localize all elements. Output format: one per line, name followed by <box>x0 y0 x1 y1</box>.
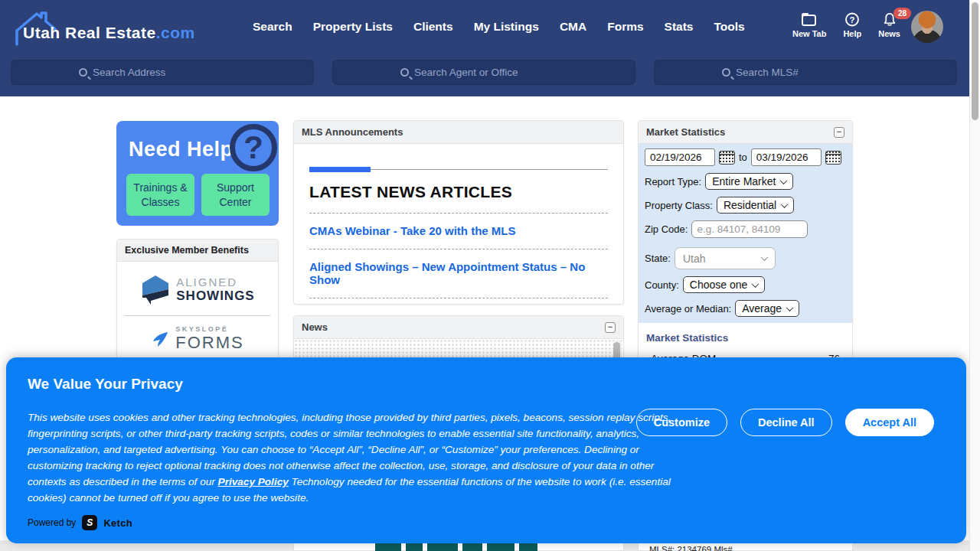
site-logo[interactable]: Utah Real Estate.com <box>11 11 187 44</box>
skyslope-forms-logo[interactable]: SKYSLOPE FORMS <box>117 316 278 353</box>
top-navigation-bar: Utah Real Estate.com Search Property Lis… <box>0 0 969 96</box>
privacy-policy-link[interactable]: Privacy Policy <box>218 476 289 487</box>
skyslope-icon <box>151 329 171 349</box>
to-label: to <box>739 152 747 163</box>
chevron-down-icon <box>752 280 760 288</box>
county-label: County: <box>645 279 679 291</box>
need-help-panel: Need Help ? Trainings & Classes Support … <box>116 121 279 226</box>
skyslope-text-line2: FORMS <box>175 333 243 353</box>
zip-code-input[interactable] <box>691 220 808 238</box>
nav-tools[interactable]: Tools <box>714 20 744 34</box>
accent-rule <box>309 169 608 170</box>
member-benefits-title: Exclusive Member Benefits <box>125 245 249 256</box>
latest-news-heading: LATEST NEWS ARTICLES <box>309 183 608 201</box>
agent-search-input[interactable] <box>414 67 567 78</box>
article-link-aligned-showings[interactable]: Aligned Showings – New Appointment Statu… <box>309 260 608 286</box>
cookie-buttons: Customize Decline All Accept All <box>636 409 934 436</box>
chevron-down-icon <box>761 253 769 261</box>
address-search <box>11 60 314 85</box>
calendar-icon[interactable] <box>719 151 735 165</box>
page-scrollbar-thumb[interactable] <box>972 2 978 120</box>
aligned-showings-icon <box>140 272 171 306</box>
dashed-divider <box>309 249 608 249</box>
search-icon <box>79 68 87 77</box>
powered-by-ketch[interactable]: Powered by S Ketch <box>28 515 132 530</box>
county-select[interactable]: Choose one <box>683 276 766 293</box>
cutoff-headline-fragment <box>406 543 423 551</box>
zip-code-label: Zip Code: <box>645 223 688 235</box>
accept-all-button[interactable]: Accept All <box>845 409 934 436</box>
nav-search[interactable]: Search <box>253 20 292 34</box>
customize-button[interactable]: Customize <box>636 409 727 436</box>
ketch-icon: S <box>82 515 97 530</box>
news-button[interactable]: 28 News <box>878 12 900 38</box>
need-help-title: Need Help <box>129 138 234 161</box>
help-button[interactable]: ? Help <box>843 12 861 38</box>
question-mark-icon: ? <box>230 124 277 171</box>
news-header: News − <box>294 316 623 339</box>
chevron-down-icon <box>781 201 789 208</box>
report-type-select[interactable]: Entire Market <box>705 173 793 190</box>
aligned-text-line1: ALIGNED <box>176 276 254 289</box>
cookie-consent-banner: We Value Your Privacy This website uses … <box>6 357 966 543</box>
collapse-icon[interactable]: − <box>605 322 616 333</box>
nav-stats[interactable]: Stats <box>665 20 694 34</box>
help-icon: ? <box>844 12 860 27</box>
mls-search <box>654 60 957 85</box>
dashed-divider <box>309 298 608 298</box>
market-statistics-title: Market Statistics <box>646 126 725 138</box>
agent-search <box>332 60 635 85</box>
address-search-input[interactable] <box>93 67 246 78</box>
cookie-banner-title: We Value Your Privacy <box>28 376 183 393</box>
cutoff-headline-fragment <box>462 543 482 551</box>
collapse-icon[interactable]: − <box>834 127 844 138</box>
state-label: State: <box>645 253 671 264</box>
cookie-banner-text: This website uses cookies and other trac… <box>28 409 680 506</box>
skyslope-text-line1: SKYSLOPE <box>175 325 243 333</box>
mls-number-text: MLS#: 2134769 Mls# <box>649 545 733 551</box>
logo-text: Utah Real Estate.com <box>23 24 195 42</box>
nav-forms[interactable]: Forms <box>607 20 643 34</box>
aligned-showings-logo[interactable]: ALIGNED SHOWINGS <box>117 262 278 315</box>
mls-search-input[interactable] <box>736 67 889 78</box>
page-scrollbar[interactable] <box>969 0 980 551</box>
report-type-label: Report Type: <box>645 176 701 187</box>
property-class-label: Property Class: <box>645 200 713 211</box>
nav-property-lists[interactable]: Property Lists <box>313 20 393 34</box>
trainings-classes-button[interactable]: Trainings & Classes <box>126 174 194 216</box>
new-tab-button[interactable]: New Tab <box>792 12 826 38</box>
average-median-label: Average or Median: <box>645 303 731 315</box>
member-benefits-panel: Exclusive Member Benefits ALIGNED SHOWIN… <box>116 239 279 369</box>
header-actions: New Tab ? Help 28 News <box>792 12 900 38</box>
property-class-select[interactable]: Residential <box>717 197 794 214</box>
cutoff-headline-fragment <box>519 543 537 551</box>
decline-all-button[interactable]: Decline All <box>740 409 832 436</box>
date-from-input[interactable] <box>645 148 715 166</box>
powered-by-label: Powered by <box>28 517 76 528</box>
chevron-down-icon <box>786 304 794 311</box>
calendar-icon[interactable] <box>825 151 841 165</box>
user-avatar[interactable] <box>911 11 943 43</box>
cutoff-headline-fragment <box>427 543 458 551</box>
market-statistics-header: Market Statistics − <box>639 121 852 144</box>
main-nav: Search Property Lists Clients My Listing… <box>253 20 745 34</box>
accent-bar <box>309 167 371 172</box>
nav-clients[interactable]: Clients <box>413 20 453 34</box>
state-select[interactable]: Utah <box>675 247 776 269</box>
mls-announcements-title: MLS Announcements <box>302 126 403 138</box>
nav-my-listings[interactable]: My Listings <box>474 20 539 34</box>
new-tab-icon <box>801 12 818 27</box>
nav-cma[interactable]: CMA <box>560 20 586 34</box>
cutoff-headline-fragment <box>487 543 514 551</box>
news-label: News <box>878 29 900 38</box>
search-icon <box>400 68 409 77</box>
date-to-input[interactable] <box>751 148 822 166</box>
results-heading: Market Statistics <box>646 332 844 344</box>
help-label: Help <box>843 29 861 38</box>
svg-text:?: ? <box>850 15 855 24</box>
article-link-cmas-webinar[interactable]: CMAs Webinar - Take 20 with the MLS <box>309 224 608 237</box>
new-tab-label: New Tab <box>792 29 826 38</box>
support-center-button[interactable]: Support Center <box>201 174 270 216</box>
mls-announcements-header: MLS Announcements <box>294 121 623 144</box>
average-median-select[interactable]: Average <box>735 300 799 317</box>
